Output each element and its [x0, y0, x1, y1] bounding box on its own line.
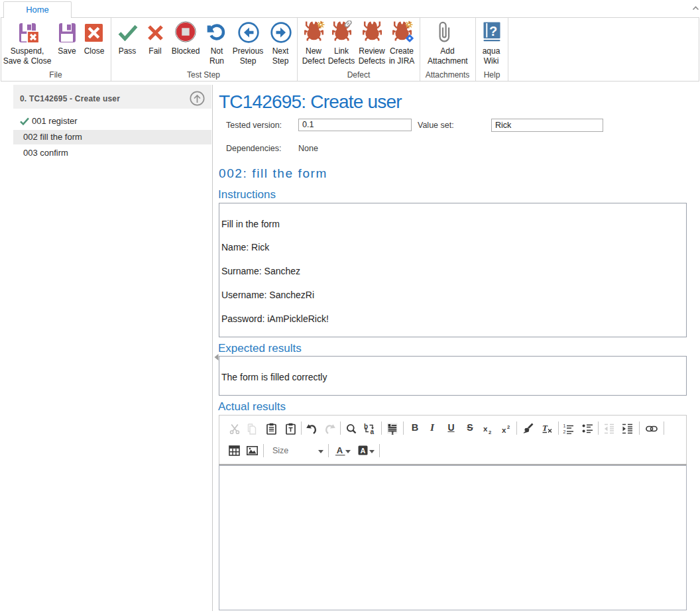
svg-text:1: 1	[563, 423, 566, 428]
svg-text:2: 2	[489, 429, 491, 435]
svg-text:2: 2	[507, 424, 510, 430]
svg-text:x: x	[483, 425, 488, 433]
svg-text:T: T	[542, 423, 548, 433]
svg-text:A: A	[337, 445, 343, 455]
svg-text:2: 2	[563, 429, 566, 434]
svg-text:?: ?	[489, 24, 497, 38]
svg-text:A: A	[361, 447, 366, 455]
svg-text:x: x	[502, 426, 506, 434]
